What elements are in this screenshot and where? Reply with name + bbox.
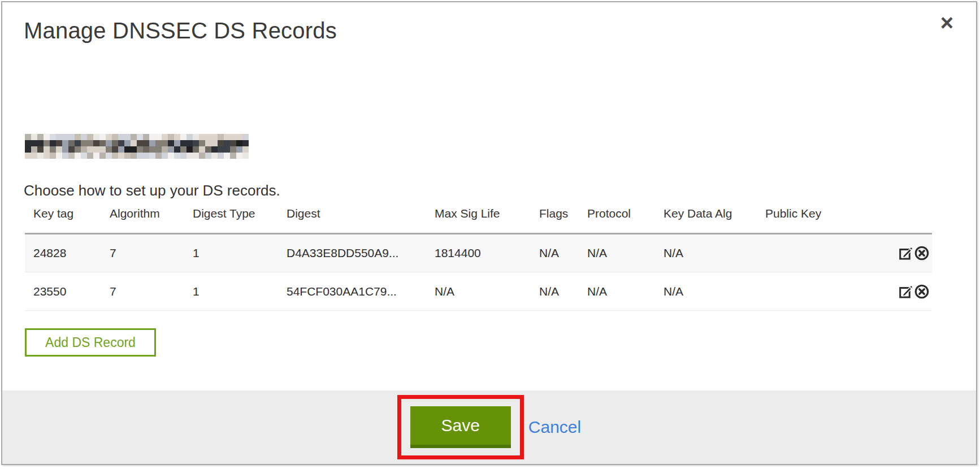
column-header-key-tag: Key tag [25,207,101,234]
cell-algorithm: 7 [101,272,184,311]
table-header-row: Key tagAlgorithmDigest TypeDigestMax Sig… [25,207,932,234]
cell-flags: N/A [531,234,579,272]
cell-max-sig-life: N/A [426,272,531,311]
column-header-key-data-alg: Key Data Alg [655,207,757,234]
cell-protocol: N/A [579,272,655,311]
save-highlight-box: Save [397,395,524,459]
column-header-digest: Digest [278,207,426,234]
cell-flags: N/A [531,272,579,311]
manage-dnssec-dialog: Manage DNSSEC DS Records × Choose how to… [1,1,977,465]
footer-actions: Save Cancel [397,395,581,459]
cell-digest: 54FCF030AA1C79... [278,272,426,311]
save-button[interactable]: Save [410,406,511,448]
column-header-protocol: Protocol [579,207,655,234]
cell-public-key [757,272,884,311]
column-header-max-sig-life: Max Sig Life [426,207,531,234]
cancel-link[interactable]: Cancel [528,418,581,437]
cell-digest-type: 1 [184,234,278,272]
cell-public-key [757,234,884,272]
cell-protocol: N/A [579,234,655,272]
cell-digest-type: 1 [184,272,278,311]
ds-records-table: Key tagAlgorithmDigest TypeDigestMax Sig… [25,207,932,311]
column-header-algorithm: Algorithm [101,207,184,234]
setup-instruction: Choose how to set up your DS records. [24,182,280,199]
table-row: 235507154FCF030AA1C79...N/AN/AN/AN/A [25,272,932,311]
row-actions [884,234,932,272]
delete-icon[interactable] [914,284,930,299]
column-header-public-key: Public Key [757,207,884,234]
cell-key-tag: 24828 [25,234,101,272]
cell-algorithm: 7 [101,234,184,272]
edit-icon[interactable] [898,284,914,299]
cell-key-tag: 23550 [25,272,101,311]
cell-max-sig-life: 1814400 [426,234,531,272]
delete-icon[interactable] [914,245,930,261]
edit-icon[interactable] [898,245,914,261]
table-row: 2482871D4A33E8DD550A9...1814400N/AN/AN/A [25,234,932,272]
dialog-footer: Save Cancel [2,390,976,464]
cell-key-data-alg: N/A [655,272,757,311]
cell-digest: D4A33E8DD550A9... [278,234,426,272]
column-header-digest-type: Digest Type [184,207,278,234]
column-header-flags: Flags [531,207,579,234]
table-body: 2482871D4A33E8DD550A9...1814400N/AN/AN/A… [25,234,932,311]
add-ds-record-button[interactable]: Add DS Record [25,328,156,357]
domain-name-redacted [25,134,249,159]
cell-key-data-alg: N/A [655,234,757,272]
dialog-title: Manage DNSSEC DS Records [24,18,337,44]
row-actions [884,272,932,311]
close-icon[interactable]: × [940,11,953,34]
column-header-actions [884,207,932,234]
